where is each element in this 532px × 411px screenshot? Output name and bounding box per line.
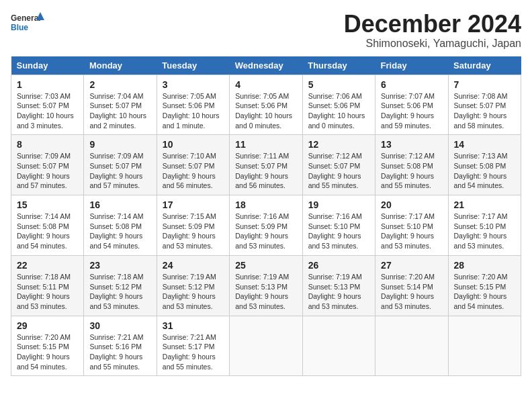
- table-row: 2 Sunrise: 7:04 AM Sunset: 5:07 PM Dayli…: [84, 75, 157, 135]
- day-number: 31: [163, 320, 224, 331]
- table-row: [375, 316, 448, 376]
- day-number: 12: [308, 139, 369, 150]
- day-number: 2: [89, 79, 150, 90]
- day-info: Sunrise: 7:15 AM Sunset: 5:09 PM Dayligh…: [163, 212, 224, 251]
- table-row: 6 Sunrise: 7:07 AM Sunset: 5:06 PM Dayli…: [375, 75, 448, 135]
- day-info: Sunrise: 7:20 AM Sunset: 5:15 PM Dayligh…: [17, 332, 78, 372]
- day-number: 26: [308, 260, 369, 271]
- day-info: Sunrise: 7:03 AM Sunset: 5:07 PM Dayligh…: [17, 91, 78, 131]
- day-info: Sunrise: 7:19 AM Sunset: 5:12 PM Dayligh…: [163, 272, 224, 312]
- day-header: Thursday: [302, 56, 375, 75]
- day-info: Sunrise: 7:12 AM Sunset: 5:07 PM Dayligh…: [308, 151, 369, 191]
- day-number: 20: [381, 199, 442, 210]
- day-info: Sunrise: 7:04 AM Sunset: 5:07 PM Dayligh…: [89, 91, 150, 131]
- day-number: 7: [454, 79, 515, 90]
- day-header: Monday: [84, 56, 157, 75]
- day-header: Saturday: [448, 56, 521, 75]
- day-info: Sunrise: 7:17 AM Sunset: 5:10 PM Dayligh…: [381, 212, 442, 251]
- day-number: 27: [381, 260, 442, 271]
- day-header: Sunday: [11, 56, 84, 75]
- table-row: 13 Sunrise: 7:12 AM Sunset: 5:08 PM Dayl…: [375, 135, 448, 195]
- table-row: 9 Sunrise: 7:09 AM Sunset: 5:07 PM Dayli…: [84, 135, 157, 195]
- table-row: 4 Sunrise: 7:05 AM Sunset: 5:06 PM Dayli…: [230, 75, 302, 135]
- table-row: 1 Sunrise: 7:03 AM Sunset: 5:07 PM Dayli…: [11, 75, 84, 135]
- day-info: Sunrise: 7:18 AM Sunset: 5:12 PM Dayligh…: [89, 272, 150, 312]
- month-title: December 2024: [344, 11, 521, 38]
- day-info: Sunrise: 7:07 AM Sunset: 5:06 PM Dayligh…: [381, 91, 442, 131]
- table-row: 15 Sunrise: 7:14 AM Sunset: 5:08 PM Dayl…: [11, 195, 84, 256]
- table-row: 12 Sunrise: 7:12 AM Sunset: 5:07 PM Dayl…: [302, 135, 375, 195]
- day-info: Sunrise: 7:21 AM Sunset: 5:16 PM Dayligh…: [89, 332, 150, 372]
- table-row: 3 Sunrise: 7:05 AM Sunset: 5:06 PM Dayli…: [157, 75, 229, 135]
- table-row: 31 Sunrise: 7:21 AM Sunset: 5:17 PM Dayl…: [157, 316, 229, 376]
- page-header: General Blue December 2024 Shimonoseki, …: [11, 11, 521, 50]
- day-number: 17: [163, 199, 224, 210]
- day-info: Sunrise: 7:17 AM Sunset: 5:10 PM Dayligh…: [454, 212, 515, 251]
- day-number: 11: [235, 139, 296, 150]
- day-info: Sunrise: 7:06 AM Sunset: 5:06 PM Dayligh…: [308, 91, 369, 131]
- day-info: Sunrise: 7:11 AM Sunset: 5:07 PM Dayligh…: [235, 151, 296, 191]
- day-number: 23: [89, 260, 150, 271]
- day-number: 5: [308, 79, 369, 90]
- day-number: 30: [89, 320, 150, 331]
- day-number: 4: [235, 79, 296, 90]
- day-number: 15: [17, 199, 78, 210]
- day-info: Sunrise: 7:18 AM Sunset: 5:11 PM Dayligh…: [17, 272, 78, 312]
- day-number: 16: [89, 199, 150, 210]
- day-info: Sunrise: 7:20 AM Sunset: 5:14 PM Dayligh…: [381, 272, 442, 312]
- day-header: Friday: [375, 56, 448, 75]
- table-row: 8 Sunrise: 7:09 AM Sunset: 5:07 PM Dayli…: [11, 135, 84, 195]
- table-row: 30 Sunrise: 7:21 AM Sunset: 5:16 PM Dayl…: [84, 316, 157, 376]
- day-info: Sunrise: 7:19 AM Sunset: 5:13 PM Dayligh…: [308, 272, 369, 312]
- day-number: 24: [163, 260, 224, 271]
- day-number: 8: [17, 139, 78, 150]
- table-row: 19 Sunrise: 7:16 AM Sunset: 5:10 PM Dayl…: [302, 195, 375, 256]
- table-row: 28 Sunrise: 7:20 AM Sunset: 5:15 PM Dayl…: [448, 255, 521, 316]
- day-info: Sunrise: 7:05 AM Sunset: 5:06 PM Dayligh…: [235, 91, 296, 131]
- day-number: 28: [454, 260, 515, 271]
- table-row: 27 Sunrise: 7:20 AM Sunset: 5:14 PM Dayl…: [375, 255, 448, 316]
- table-row: 29 Sunrise: 7:20 AM Sunset: 5:15 PM Dayl…: [11, 316, 84, 376]
- day-number: 29: [17, 320, 78, 331]
- logo-svg: General Blue: [11, 11, 44, 35]
- day-info: Sunrise: 7:14 AM Sunset: 5:08 PM Dayligh…: [89, 212, 150, 251]
- day-info: Sunrise: 7:10 AM Sunset: 5:07 PM Dayligh…: [163, 151, 224, 191]
- day-number: 6: [381, 79, 442, 90]
- svg-text:General: General: [11, 13, 41, 23]
- day-number: 22: [17, 260, 78, 271]
- day-number: 18: [235, 199, 296, 210]
- table-row: 14 Sunrise: 7:13 AM Sunset: 5:08 PM Dayl…: [448, 135, 521, 195]
- table-row: 17 Sunrise: 7:15 AM Sunset: 5:09 PM Dayl…: [157, 195, 229, 256]
- table-row: 21 Sunrise: 7:17 AM Sunset: 5:10 PM Dayl…: [448, 195, 521, 256]
- day-number: 9: [89, 139, 150, 150]
- table-row: [230, 316, 302, 376]
- table-row: 16 Sunrise: 7:14 AM Sunset: 5:08 PM Dayl…: [84, 195, 157, 256]
- table-row: 11 Sunrise: 7:11 AM Sunset: 5:07 PM Dayl…: [230, 135, 302, 195]
- day-number: 21: [454, 199, 515, 210]
- calendar: SundayMondayTuesdayWednesdayThursdayFrid…: [11, 56, 521, 377]
- location: Shimonoseki, Yamaguchi, Japan: [344, 38, 521, 50]
- logo: General Blue: [11, 11, 44, 35]
- table-row: 5 Sunrise: 7:06 AM Sunset: 5:06 PM Dayli…: [302, 75, 375, 135]
- svg-text:Blue: Blue: [11, 23, 28, 32]
- table-row: 24 Sunrise: 7:19 AM Sunset: 5:12 PM Dayl…: [157, 255, 229, 316]
- day-number: 13: [381, 139, 442, 150]
- day-number: 25: [235, 260, 296, 271]
- table-row: 25 Sunrise: 7:19 AM Sunset: 5:13 PM Dayl…: [230, 255, 302, 316]
- day-info: Sunrise: 7:09 AM Sunset: 5:07 PM Dayligh…: [89, 151, 150, 191]
- day-info: Sunrise: 7:21 AM Sunset: 5:17 PM Dayligh…: [163, 332, 224, 372]
- day-info: Sunrise: 7:19 AM Sunset: 5:13 PM Dayligh…: [235, 272, 296, 312]
- table-row: [302, 316, 375, 376]
- day-info: Sunrise: 7:16 AM Sunset: 5:10 PM Dayligh…: [308, 212, 369, 251]
- table-row: [448, 316, 521, 376]
- day-header: Tuesday: [157, 56, 229, 75]
- day-number: 10: [163, 139, 224, 150]
- table-row: 20 Sunrise: 7:17 AM Sunset: 5:10 PM Dayl…: [375, 195, 448, 256]
- day-info: Sunrise: 7:20 AM Sunset: 5:15 PM Dayligh…: [454, 272, 515, 312]
- day-info: Sunrise: 7:14 AM Sunset: 5:08 PM Dayligh…: [17, 212, 78, 251]
- day-info: Sunrise: 7:13 AM Sunset: 5:08 PM Dayligh…: [454, 151, 515, 191]
- day-info: Sunrise: 7:08 AM Sunset: 5:07 PM Dayligh…: [454, 91, 515, 131]
- day-info: Sunrise: 7:12 AM Sunset: 5:08 PM Dayligh…: [381, 151, 442, 191]
- day-header: Wednesday: [230, 56, 302, 75]
- day-number: 19: [308, 199, 369, 210]
